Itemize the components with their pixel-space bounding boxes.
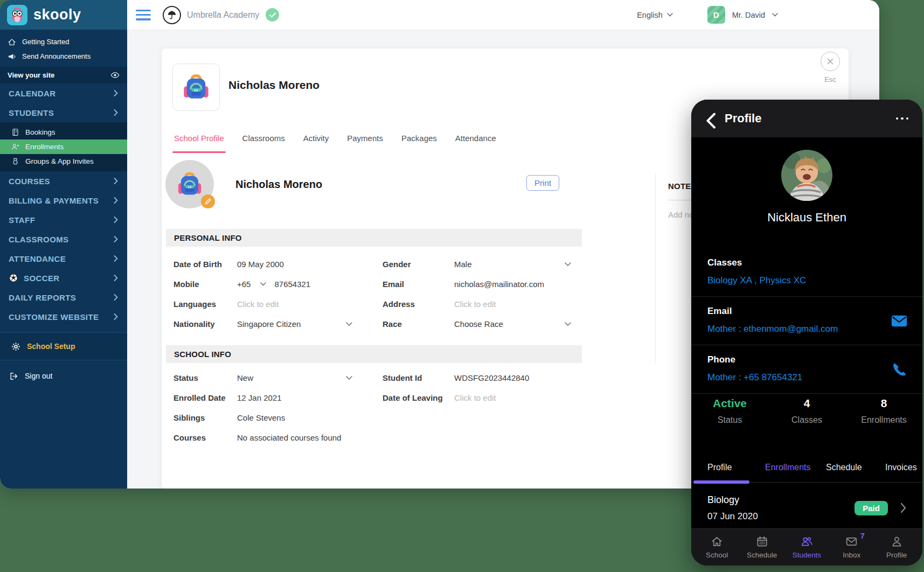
chevron-right-icon (114, 217, 119, 223)
tab-attendance[interactable]: Attendance (455, 134, 496, 146)
field-label: Courses (173, 428, 237, 448)
edit-avatar-button[interactable] (201, 194, 215, 208)
sidebar-item-sign-out[interactable]: Sign out (0, 364, 127, 388)
close-button[interactable]: Esc (811, 52, 849, 83)
tab-activity[interactable]: Activity (303, 134, 329, 146)
info-link[interactable]: Mother : ethenmom@gmail.com (707, 324, 906, 334)
phone-header: Profile (691, 100, 922, 137)
sidebar-subitem-bookings[interactable]: Bookings (0, 125, 127, 139)
sidebar-item-school-setup[interactable]: School Setup (0, 332, 127, 360)
field-value[interactable] (454, 408, 582, 428)
field-label: Languages (173, 294, 237, 314)
nav-item-profile[interactable]: Profile (877, 535, 916, 559)
mail-icon[interactable] (891, 313, 907, 329)
sidebar-section-soccer[interactable]: SOCCER (0, 268, 127, 288)
pencil-icon (205, 198, 211, 205)
tab-schedule[interactable]: Schedule (826, 463, 862, 472)
paid-badge[interactable]: Paid (854, 501, 888, 515)
field-value[interactable]: New (237, 368, 383, 388)
sign-out-icon (9, 372, 18, 381)
field-value[interactable]: Click to edit (237, 294, 383, 314)
field-value[interactable]: WDSFG2023442840 (454, 368, 582, 388)
field-label: Gender (383, 254, 454, 274)
field-label: Email (383, 274, 454, 294)
info-link[interactable]: Biology XA , Physics XC (707, 275, 906, 286)
phone-bottom-nav: School Schedule Students Inbox 7 (691, 528, 922, 566)
language-selector[interactable]: English (637, 11, 673, 19)
sidebar-item-view-your-site[interactable]: View your site (0, 67, 127, 83)
field-value[interactable]: 09 May 2000 (237, 254, 383, 274)
bookings-icon (11, 128, 19, 136)
info-row-classes: Classes Biology XA , Physics XC (691, 248, 922, 297)
print-button[interactable]: Print (526, 175, 559, 191)
info-row-email: Email Mother : ethenmom@gmail.com (691, 297, 922, 345)
back-icon[interactable] (705, 113, 717, 124)
sidebar-item-send-announcements[interactable]: Send Announcements (0, 49, 127, 64)
sidebar-subitem-groups-app-invites[interactable]: Groups & App Invites (0, 154, 127, 169)
user-menu[interactable]: D Mr. David (707, 6, 778, 24)
chevron-down-icon (346, 376, 352, 380)
avatar: D (707, 6, 725, 24)
sidebar-section-billing-payments[interactable]: BILLING & PAYMENTS (0, 191, 127, 210)
field-value[interactable]: +65 87654321 (237, 274, 383, 294)
field-value[interactable]: nicholas@mailinator.com (454, 274, 582, 294)
tab-enrollments[interactable]: Enrollments (765, 463, 810, 472)
chevron-right-icon (114, 109, 119, 116)
nav-item-inbox[interactable]: Inbox 7 (832, 535, 871, 559)
tab-packages[interactable]: Packages (401, 134, 437, 146)
info-row-phone: Phone Mother : +65 87654321 (691, 345, 922, 394)
field-value[interactable]: Click to edit (454, 294, 582, 314)
sidebar-section-classrooms[interactable]: CLASSROOMS (0, 229, 127, 249)
backpack-icon (175, 170, 204, 199)
school-info-header: SCHOOL INFO (166, 345, 582, 363)
field-label: Siblings (173, 408, 237, 428)
sidebar-section-calendar[interactable]: CALENDAR (0, 83, 127, 103)
field-value[interactable]: Choose Race (454, 314, 582, 334)
chevron-right-icon (114, 255, 119, 262)
chevron-down-icon (346, 322, 352, 326)
owl-logo-icon (7, 5, 27, 25)
school-name: Umbrella Academy (187, 10, 259, 20)
tab-payments[interactable]: Payments (347, 134, 383, 146)
phone-page-title: Profile (725, 111, 761, 125)
sidebar-section-attendance[interactable]: ATTENDANCE (0, 249, 127, 268)
sidebar-section-staff[interactable]: STAFF (0, 210, 127, 229)
field-label (383, 408, 454, 428)
field-value[interactable]: Cole Stevens (237, 408, 383, 428)
field-value[interactable] (454, 428, 582, 448)
chevron-right-icon (114, 294, 119, 301)
logo[interactable]: skooly (0, 0, 127, 30)
nav-item-students[interactable]: Students (787, 535, 826, 559)
chevron-right-icon[interactable] (900, 503, 906, 513)
phone-icon[interactable] (891, 361, 907, 378)
nav-item-schedule[interactable]: Schedule (742, 535, 781, 559)
tab-profile[interactable]: Profile (707, 463, 732, 472)
sidebar-item-getting-started[interactable]: Getting Started (0, 34, 127, 49)
stat-classes: 4 Classes (768, 397, 845, 425)
nav-school-icon (711, 535, 723, 548)
sidebar-section-daily-reports[interactable]: DAILY REPORTS (0, 288, 127, 307)
field-value[interactable]: 12 Jan 2021 (237, 388, 383, 408)
tab-school-profile[interactable]: School Profile (174, 134, 224, 146)
stat-status: Active Status (691, 397, 768, 425)
enrollments-icon (11, 143, 19, 151)
field-value[interactable]: Singapore Citizen (237, 314, 383, 334)
phone-student-name: Nicklaus Ethen (691, 211, 922, 225)
nav-item-school[interactable]: School (698, 535, 737, 559)
nav-inbox-icon (845, 535, 858, 548)
tab-classrooms[interactable]: Classrooms (242, 134, 285, 146)
field-value[interactable]: Click to edit (454, 388, 582, 408)
field-value[interactable]: No associated courses found (237, 428, 383, 448)
home-icon (8, 38, 16, 46)
field-value[interactable]: Male (454, 254, 582, 274)
sidebar-subitem-enrollments[interactable]: Enrollments (0, 139, 127, 154)
sidebar-section-students[interactable]: STUDENTS (0, 103, 127, 122)
sidebar-section-customize-website[interactable]: CUSTOMIZE WEBSITE (0, 307, 127, 326)
hamburger-menu-icon[interactable] (136, 10, 151, 20)
more-options-icon[interactable] (896, 117, 909, 120)
field-label: Mobile (173, 274, 237, 294)
info-link[interactable]: Mother : +65 87654321 (707, 372, 906, 383)
sidebar-section-courses[interactable]: COURSES (0, 171, 127, 191)
personal-info-header: PERSONAL INFO (166, 229, 582, 247)
tab-invoices[interactable]: Invoices (885, 463, 917, 472)
